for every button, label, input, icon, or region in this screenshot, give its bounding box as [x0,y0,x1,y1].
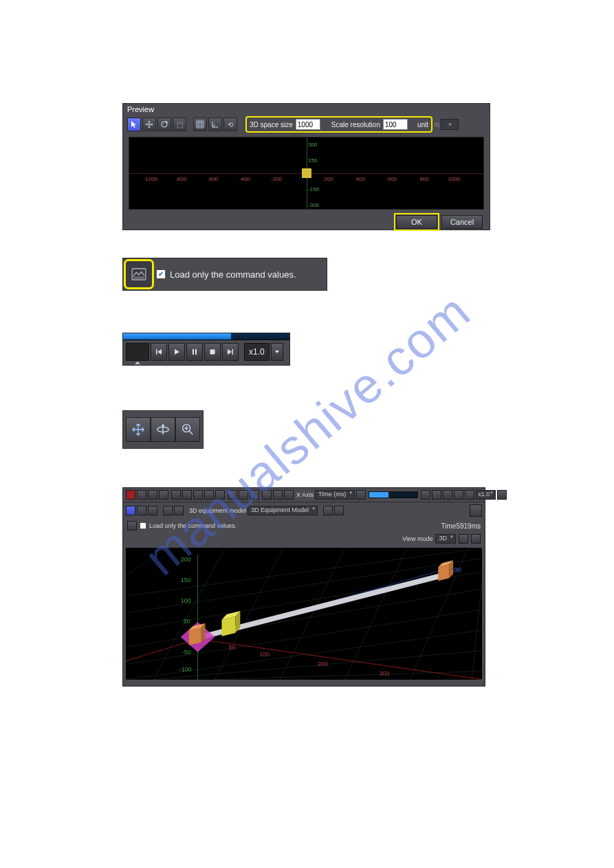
pan-button[interactable] [126,417,151,442]
space-settings-highlight: 3D space size Scale resolution unit [245,116,432,133]
tool-btn-18[interactable] [443,490,452,500]
main-toolbar-4: View mode 3D [123,533,485,545]
svg-marker-45 [438,564,449,581]
svg-text:200: 200 [181,556,191,563]
tool-btn-17[interactable] [432,490,441,500]
svg-marker-39 [189,627,201,645]
svg-line-7 [126,548,482,596]
record-button[interactable] [126,490,135,500]
select-tool-button[interactable] [127,118,141,131]
pan-icon [131,422,146,437]
tool-btn-5[interactable] [182,490,192,500]
tool-btn-4[interactable] [171,490,181,500]
play-button[interactable] [168,343,185,361]
skip-start-button[interactable] [151,343,167,361]
viewmode-btn-2[interactable] [471,534,481,544]
tool-btn-12[interactable] [262,490,272,500]
cancel-button[interactable]: Cancel [441,215,483,229]
timeline-marker[interactable] [126,343,149,361]
svg-line-15 [126,548,167,575]
svg-text:50: 50 [228,644,235,651]
viewport-scene: 200 150 100 50 -50 -100 50 100 200 300 1… [126,548,482,680]
preview-object-cube[interactable] [302,168,311,178]
tool-btn-6[interactable] [193,490,203,500]
main-3d-panel: X Axis Time (ms) x1.0 3D equipment model… [122,487,485,687]
svg-text:100: 100 [181,597,191,604]
tool-btn-15[interactable] [356,490,366,500]
load-mini-button[interactable] [127,521,137,531]
rotate-tool-button[interactable] [157,118,171,131]
tool-btn-1[interactable] [137,490,146,500]
zoom-button[interactable] [175,417,200,442]
tool-btn-21[interactable] [497,490,507,500]
tool-btn-2[interactable] [148,490,157,500]
view-btn-4[interactable] [334,506,344,515]
svg-line-8 [126,558,482,613]
zoom-icon [180,422,195,437]
playback-timeline[interactable] [123,333,289,340]
svg-point-0 [162,122,167,127]
svg-line-17 [215,548,284,679]
unit-dropdown[interactable]: ▼ [441,119,459,130]
viewmode-label: View mode [402,535,432,542]
nav-pan-mini[interactable] [126,506,135,515]
tool-btn-19[interactable] [454,490,463,500]
main-timeline-slider[interactable] [369,491,418,498]
tool-btn-7[interactable] [204,490,214,500]
svg-rect-3 [133,277,144,279]
xaxis-label: X Axis [296,491,314,498]
orbit-button[interactable] [151,417,175,442]
svg-line-11 [126,610,482,665]
main-3d-viewport[interactable]: 200 150 100 50 -50 -100 50 100 200 300 1… [126,548,482,680]
load-only-mini-label: Load only the command values. [149,522,237,529]
load-snapshot-button[interactable] [126,261,152,287]
snapshot-icon [131,268,146,280]
tool-btn-13[interactable] [273,490,283,500]
pause-button[interactable] [186,343,203,361]
tool-btn-11[interactable] [250,490,259,500]
svg-line-19 [345,548,407,679]
main-toolbar-2: 3D equipment model 3D Equipment Model [123,502,485,519]
nav-orbit-mini[interactable] [137,506,146,515]
svg-text:200: 200 [318,660,328,667]
tool-btn-3[interactable] [159,490,168,500]
nav-panel [122,410,204,449]
load-only-checkbox[interactable] [156,269,166,279]
space-size-input[interactable] [296,119,320,130]
nav-zoom-mini[interactable] [148,506,157,515]
tool-btn-20[interactable] [465,490,474,500]
reset-view-button[interactable]: ⟲ [223,118,237,131]
settings-button[interactable] [470,504,482,517]
main-toolbar-1: X Axis Time (ms) x1.0 [123,488,485,502]
skip-end-button[interactable] [222,343,239,361]
tool-btn-10[interactable] [239,490,248,500]
viewmode-btn-1[interactable] [459,534,468,544]
view-btn-1[interactable] [163,506,173,515]
scale-tool-button[interactable]: ⬚ [173,118,186,131]
svg-line-21 [472,582,482,679]
axis-button[interactable] [208,118,222,131]
ok-button[interactable]: OK [396,215,437,229]
speed-dropdown[interactable] [271,343,283,361]
load-only-mini-checkbox[interactable] [140,522,146,529]
time-display: Time5919ms [441,522,481,530]
tool-btn-9[interactable] [228,490,237,500]
load-panel: Load only the command values. [122,258,327,291]
scale-res-input[interactable] [383,119,408,130]
tool-btn-8[interactable] [215,490,225,500]
view-btn-3[interactable] [323,506,333,515]
speed-mini-dropdown[interactable]: x1.0 [476,490,496,500]
preview-panel: Preview ⬚ ⟲ 3D space size Scale resoluti… [122,103,490,230]
model-label: 3D equipment model [189,507,246,514]
move-tool-button[interactable] [142,118,156,131]
svg-line-23 [198,639,482,680]
viewmode-dropdown[interactable]: 3D [435,534,456,544]
tool-btn-16[interactable] [421,490,430,500]
preview-viewport[interactable]: -1000 -800 -600 -400 -200 200 400 600 80… [129,137,484,210]
xaxis-dropdown[interactable]: Time (ms) [315,490,355,500]
grid-button[interactable] [193,118,207,131]
stop-button[interactable] [204,343,221,361]
tool-btn-14[interactable] [284,490,294,500]
model-dropdown[interactable]: 3D Equipment Model [248,506,318,515]
view-btn-2[interactable] [174,506,184,515]
